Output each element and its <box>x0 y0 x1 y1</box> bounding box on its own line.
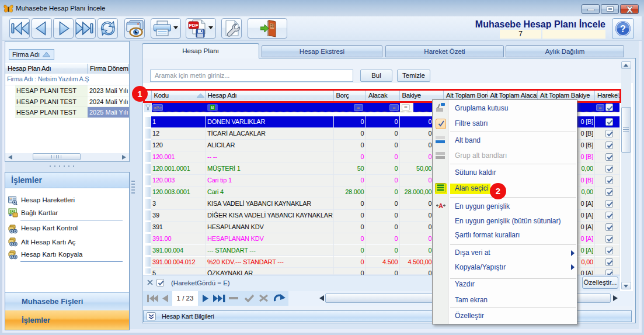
svg-text:A: A <box>438 202 443 209</box>
svg-text:PDF: PDF <box>189 23 199 28</box>
svg-text:?: ? <box>620 24 626 34</box>
